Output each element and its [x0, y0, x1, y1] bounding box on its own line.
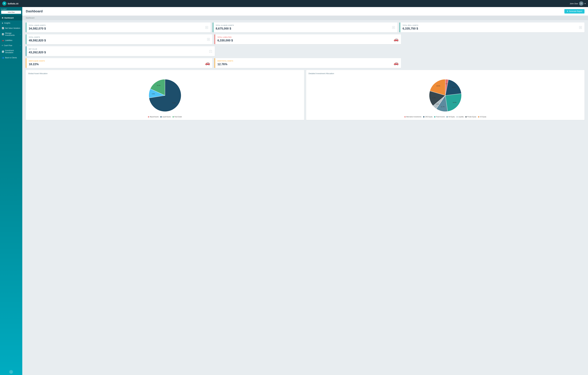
legend-item-liquidity: Liquidity	[456, 116, 464, 118]
global-legend: Illiquid Assets Liquid Assets Real Estat…	[148, 116, 182, 118]
cards-row-4: DEBT/LIQUID ASSETS 18.22% 🚗 DEBT/TOTAL A…	[26, 58, 585, 68]
card-label: DEBT/LIQUID ASSETS	[29, 60, 45, 62]
charts-row: Global Asset Allocation 72.5%9.3%18.2% I…	[26, 70, 585, 120]
chevron-right-icon: ›	[20, 27, 21, 29]
cards-row-3: NET VALUE 43,262,820 $ ⚖	[26, 46, 585, 56]
chevron-right-icon: ›	[20, 51, 21, 52]
card-value: 43,262,820 $	[29, 51, 46, 54]
debt-liquid-icon: 🚗	[205, 61, 210, 66]
dashboard-content: TOTAL LIQUID ASSETS 34,582,070 $ ⊞ TOTAL…	[22, 20, 588, 375]
legend-item-illiquid: Illiquid Assets	[148, 116, 159, 118]
back-clients-icon: 👥	[2, 56, 4, 59]
legend-dot	[465, 116, 467, 118]
legend-item-alt-investments: Alternative Investments	[404, 116, 421, 118]
card-debt-total-assets: DEBT/TOTAL ASSETS 12.76% 🚗	[215, 58, 401, 68]
card-value: 8,675,000 $	[216, 27, 234, 30]
svg-text:11.7%: 11.7%	[441, 106, 445, 108]
sidebar-item-label: Net Value Variation	[5, 27, 20, 29]
logo-icon: S	[2, 1, 6, 6]
net-value-icon: 📈	[2, 27, 4, 29]
card-total-illiquid-assets: TOTAL ILLIQUID ASSETS 8,675,000 $ ⊞	[213, 22, 398, 32]
card-value: 49,592,820 $	[29, 39, 46, 42]
client-input[interactable]	[1, 11, 21, 14]
sidebar-nav: ⊞ Dashboard ◈ Insights 📈 Net Value Varia…	[0, 15, 22, 369]
dashboard-icon: ⊞	[2, 17, 3, 19]
liquid-assets-icon: ⊞	[205, 25, 208, 30]
detailed-chart-title: Detailed Investment Allocation	[308, 72, 582, 75]
card-value: 6,330,000 $	[218, 39, 233, 42]
legend-dot	[456, 116, 458, 118]
avatar[interactable]: JD	[579, 1, 583, 6]
sidebar-item-manage-investments[interactable]: 📊 Manage Investments ›	[0, 31, 22, 38]
investment-sim-icon: 📉	[2, 51, 4, 53]
legend-item-realestate: Real Estate	[173, 116, 182, 118]
card-total-liabilities: TOTAL LIABILITIES 6,330,000 $ 🚗	[215, 34, 401, 44]
illiquid-assets-icon: ⊞	[392, 25, 395, 30]
sidebar-collapse-button[interactable]: ‹	[9, 370, 13, 374]
brand: S Sofistic.AI	[2, 1, 18, 6]
legend-item-liquid: Liquid Assets	[160, 116, 171, 118]
sidebar-item-net-value-variation[interactable]: 📈 Net Value Variation ›	[0, 26, 22, 31]
generate-report-button[interactable]: ⬇ Generate Report	[564, 9, 585, 13]
legend-item-us-equity: US Equity	[478, 116, 486, 118]
spacer	[403, 58, 585, 68]
sidebar-item-label: Investment Simulation	[5, 49, 20, 54]
manage-investments-icon: 📊	[2, 33, 4, 35]
client-section: CLIENT	[0, 7, 22, 15]
card-label: TOTAL LIQUID ASSETS	[29, 24, 46, 26]
card-total-real-assets: TOTAL REAL ASSETS 6,335,750 $ ⊞	[399, 22, 585, 32]
detailed-legend: Alternative Investments CAD Equity Fixed…	[404, 116, 486, 118]
card-label: TOTAL LIABILITIES	[218, 36, 233, 38]
global-asset-allocation-card: Global Asset Allocation 72.5%9.3%18.2% I…	[26, 70, 304, 120]
legend-dot	[478, 116, 479, 118]
global-pie-chart: 72.5%9.3%18.2%	[146, 76, 184, 114]
svg-text:9.3%: 9.3%	[152, 93, 155, 95]
legend-dot	[173, 116, 174, 118]
sidebar-item-back-to-clients[interactable]: 👥 Back to Clients	[0, 55, 22, 60]
legend-item-cad-equity: CAD Equity	[423, 116, 432, 118]
card-label: TOTAL ILLIQUID ASSETS	[216, 24, 234, 26]
page-title: Dashboard	[26, 9, 43, 13]
card-value: 18.22%	[29, 63, 45, 66]
svg-text:18.2%: 18.2%	[157, 85, 161, 86]
dropdown-icon[interactable]: ▾	[585, 2, 586, 5]
main-content: Dashboard ⬇ Generate Report Dashboard TO…	[22, 7, 588, 375]
legend-item-fixed-income: Fixed Income	[434, 116, 445, 118]
client-label: CLIENT	[1, 9, 21, 10]
top-navigation: S Sofistic.AI John Doe JD ▾	[0, 0, 588, 7]
legend-dot	[148, 116, 149, 118]
global-chart-title: Global Asset Allocation	[28, 72, 302, 75]
svg-text:4.5%: 4.5%	[436, 103, 439, 105]
chevron-right-icon: ›	[20, 45, 21, 46]
cards-row-2: TOTAL ASSETS 49,592,820 $ ⊞ TOTAL LIABIL…	[26, 34, 585, 44]
breadcrumb: Dashboard	[22, 16, 588, 20]
sidebar: CLIENT ⊞ Dashboard ◈ Insights 📈 Net Valu…	[0, 7, 22, 375]
card-total-liquid-assets: TOTAL LIQUID ASSETS 34,582,070 $ ⊞	[26, 22, 211, 32]
sidebar-item-label: Insights	[4, 22, 10, 24]
insights-icon: ◈	[2, 22, 3, 24]
legend-dot	[423, 116, 424, 118]
total-assets-icon: ⊞	[207, 37, 210, 42]
chevron-right-icon: ›	[20, 33, 21, 35]
card-total-assets: TOTAL ASSETS 49,592,820 $ ⊞	[26, 34, 212, 44]
legend-item-intl-equity: Intl Equity	[447, 116, 455, 118]
svg-text:72.5%: 72.5%	[172, 102, 176, 104]
legend-dot	[404, 116, 406, 118]
card-net-value: NET VALUE 43,262,820 $ ⚖	[26, 46, 215, 56]
sidebar-item-investment-simulation[interactable]: 📉 Investment Simulation ›	[0, 48, 22, 55]
sidebar-item-insights[interactable]: ◈ Insights	[0, 20, 22, 26]
sidebar-item-dashboard[interactable]: ⊞ Dashboard	[0, 15, 22, 20]
detailed-pie-wrapper: 3.1%20.1%24.6%11.7%4.5%15.6%20.5% Altern…	[308, 76, 582, 118]
sidebar-item-liabilities[interactable]: 🚗 Liabilities	[0, 38, 22, 43]
generate-icon: ⬇	[567, 10, 568, 12]
user-menu[interactable]: John Doe JD ▾	[570, 1, 586, 6]
sidebar-item-label: Liabilities	[5, 39, 12, 41]
card-value: 6,335,750 $	[402, 27, 418, 30]
card-value: 12.76%	[218, 63, 233, 66]
liabilities-icon: 🚗	[2, 39, 4, 41]
sidebar-item-label: Cash Flow	[4, 44, 12, 46]
global-pie-wrapper: 72.5%9.3%18.2% Illiquid Assets Liquid As…	[28, 76, 302, 118]
detailed-pie-chart: 3.1%20.1%24.6%11.7%4.5%15.6%20.5%	[423, 76, 467, 114]
sidebar-item-cash-flow[interactable]: ≡ Cash Flow ›	[0, 43, 22, 48]
sidebar-item-label: Back to Clients	[5, 57, 17, 59]
